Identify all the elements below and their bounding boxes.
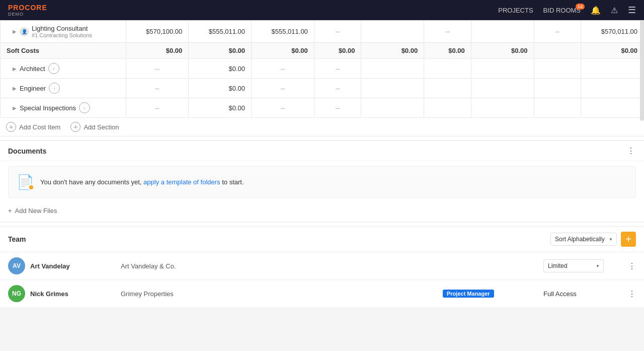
team-section: Team Sort Alphabetically + AV Art Vandel… [0, 226, 644, 308]
arch-col2: $0.00 [189, 59, 252, 79]
arch-col4: -- [314, 59, 361, 79]
table-row: ▶ Architect › -- $0.00 -- -- [1, 59, 644, 79]
eng-col9 [581, 79, 644, 98]
nav-right: PROJECTS BID ROOMS 14 🔔 ⚠ ☰ [498, 5, 636, 16]
lc-col5 [361, 21, 424, 43]
arch-col9 [581, 59, 644, 79]
si-col4: -- [314, 98, 361, 118]
add-files-row: + Add New Files [0, 203, 644, 222]
documents-section: Documents ⋮ 📄 You don't have any documen… [0, 141, 644, 222]
engineer-label-cell: ▶ Engineer › [1, 79, 126, 98]
sc-col4: $0.00 [314, 43, 361, 59]
add-team-member-button[interactable]: + [621, 232, 636, 247]
empty-text-after: to start. [222, 178, 244, 186]
member-role-wrap: Project Manager [443, 290, 543, 298]
documents-empty-text: You don't have any documents yet, apply … [40, 178, 244, 186]
eng-col5 [361, 79, 424, 98]
eng-col4: -- [314, 79, 361, 98]
document-icon-wrap: 📄 [17, 174, 34, 190]
table-row: ▶ Engineer › -- $0.00 -- -- [1, 79, 644, 98]
lc-col7 [471, 21, 534, 43]
expand-icon[interactable]: ▶ [13, 29, 17, 34]
arch-col8 [534, 59, 581, 79]
access-select-wrap: Limited Full Access [543, 259, 604, 272]
member-more-button[interactable]: ⋮ [628, 289, 636, 299]
si-col3: -- [252, 98, 314, 118]
member-company: Art Vandelay & Co. [121, 262, 443, 270]
si-col8 [534, 98, 581, 118]
add-buttons-row: + Add Cost Item + Add Section [0, 118, 644, 136]
member-access: Full Access [543, 290, 624, 298]
team-title: Team [8, 235, 26, 243]
architect-label-cell: ▶ Architect › [1, 59, 126, 79]
plus-circle-icon: + [6, 122, 16, 132]
lc-col3: $555,011.00 [252, 21, 314, 43]
list-item: NG Nick Grimes Grimey Properties Project… [0, 280, 644, 308]
bell-icon[interactable]: 🔔 [591, 6, 601, 15]
sc-col1: $0.00 [126, 43, 189, 59]
soft-costs-label-cell: Soft Costs [1, 43, 126, 59]
member-name: Art Vandelay [30, 262, 121, 270]
lighting-consultant-sub: #1 Contracting Solutions [32, 32, 92, 38]
engineer-nav-icon[interactable]: › [49, 83, 60, 94]
sc-col6: $0.00 [424, 43, 471, 59]
plus-circle-icon-2: + [70, 122, 80, 132]
add-cost-item-button[interactable]: + Add Cost Item [6, 122, 60, 132]
nav-left: PROCORE DEMO [8, 4, 47, 17]
sc-col9: $0.00 [581, 43, 644, 59]
top-navigation: PROCORE DEMO PROJECTS BID ROOMS 14 🔔 ⚠ ☰ [0, 0, 644, 20]
empty-text-before: You don't have any documents yet, [40, 178, 141, 186]
si-col1: -- [126, 98, 189, 118]
projects-link[interactable]: PROJECTS [498, 7, 533, 14]
access-level-select[interactable]: Limited Full Access [543, 259, 604, 272]
lc-col8: -- [534, 21, 581, 43]
lc-col4: -- [314, 21, 361, 43]
avatar: NG [8, 285, 25, 302]
eng-col6 [424, 79, 471, 98]
bid-rooms-link[interactable]: BID ROOMS [543, 7, 581, 14]
documents-more-button[interactable]: ⋮ [627, 146, 636, 156]
main-content: ▶ 👤 Lighting Consultant #1 Contracting S… [0, 20, 644, 308]
apply-template-link[interactable]: apply a template of folders [143, 178, 220, 186]
arch-col3: -- [252, 59, 314, 79]
si-col9 [581, 98, 644, 118]
expand-icon[interactable]: ▶ [13, 105, 17, 111]
sort-select[interactable]: Sort Alphabetically [550, 233, 617, 246]
special-inspections-label-cell: ▶ Special Inspections › [1, 98, 126, 118]
expand-icon[interactable]: ▶ [13, 86, 17, 91]
eng-col8 [534, 79, 581, 98]
avatar: AV [8, 257, 25, 274]
special-inspections-nav-icon[interactable]: › [79, 102, 90, 113]
sc-col2: $0.00 [189, 43, 252, 59]
eng-col7 [471, 79, 534, 98]
member-access-dropdown: Limited Full Access [543, 259, 624, 272]
si-col2: $0.00 [189, 98, 252, 118]
member-company: Grimey Properties [121, 290, 443, 298]
soft-costs-label: Soft Costs [1, 43, 126, 58]
expand-icon[interactable]: ▶ [13, 66, 17, 72]
eng-col1: -- [126, 79, 189, 98]
add-cost-item-label: Add Cost Item [19, 123, 60, 131]
add-section-button[interactable]: + Add Section [70, 122, 119, 132]
budget-table: ▶ 👤 Lighting Consultant #1 Contracting S… [0, 20, 644, 118]
lc-col2: $555,011.00 [189, 21, 252, 43]
lc-col6: -- [424, 21, 471, 43]
procore-logo: PROCORE DEMO [8, 4, 47, 17]
role-badge: Project Manager [443, 290, 494, 298]
table-row: ▶ 👤 Lighting Consultant #1 Contracting S… [1, 21, 644, 43]
architect-nav-icon[interactable]: › [48, 63, 59, 74]
logo-text: PROCORE [8, 4, 47, 12]
menu-icon[interactable]: ☰ [628, 5, 636, 16]
si-col5 [361, 98, 424, 118]
eng-col2: $0.00 [189, 79, 252, 98]
add-new-files-button[interactable]: + Add New Files [8, 207, 57, 215]
sc-col3: $0.00 [252, 43, 314, 59]
scrollbar[interactable] [640, 20, 644, 121]
engineer-name: Engineer [20, 85, 46, 92]
documents-header: Documents ⋮ [0, 141, 644, 161]
sc-col5: $0.00 [361, 43, 424, 59]
si-col6 [424, 98, 471, 118]
si-col7 [471, 98, 534, 118]
member-more-button[interactable]: ⋮ [628, 261, 636, 271]
alert-icon[interactable]: ⚠ [611, 6, 618, 15]
